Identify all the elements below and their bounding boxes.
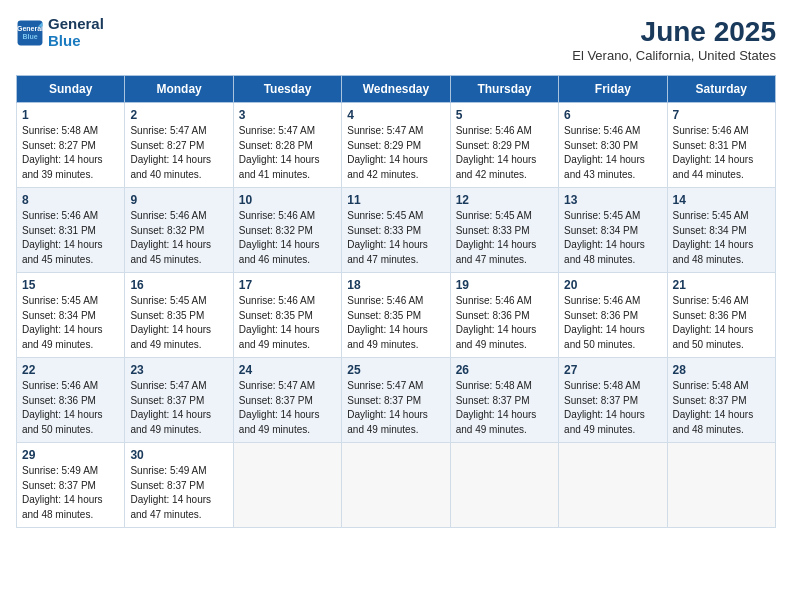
day-number: 11 bbox=[347, 193, 444, 207]
day-number: 25 bbox=[347, 363, 444, 377]
calendar-day-header: Wednesday bbox=[342, 76, 450, 103]
calendar-day-header: Sunday bbox=[17, 76, 125, 103]
day-info: Sunrise: 5:45 AMSunset: 8:35 PMDaylight:… bbox=[130, 294, 227, 352]
title-block: June 2025 El Verano, California, United … bbox=[572, 16, 776, 63]
calendar-week-row: 15Sunrise: 5:45 AMSunset: 8:34 PMDayligh… bbox=[17, 273, 776, 358]
calendar-cell: 21Sunrise: 5:46 AMSunset: 8:36 PMDayligh… bbox=[667, 273, 775, 358]
calendar-header-row: SundayMondayTuesdayWednesdayThursdayFrid… bbox=[17, 76, 776, 103]
day-number: 23 bbox=[130, 363, 227, 377]
calendar-cell: 11Sunrise: 5:45 AMSunset: 8:33 PMDayligh… bbox=[342, 188, 450, 273]
day-number: 20 bbox=[564, 278, 661, 292]
day-number: 19 bbox=[456, 278, 553, 292]
day-number: 10 bbox=[239, 193, 336, 207]
calendar-week-row: 22Sunrise: 5:46 AMSunset: 8:36 PMDayligh… bbox=[17, 358, 776, 443]
calendar-cell: 26Sunrise: 5:48 AMSunset: 8:37 PMDayligh… bbox=[450, 358, 558, 443]
day-info: Sunrise: 5:46 AMSunset: 8:29 PMDaylight:… bbox=[456, 124, 553, 182]
calendar-cell bbox=[559, 443, 667, 528]
calendar-day-header: Saturday bbox=[667, 76, 775, 103]
location: El Verano, California, United States bbox=[572, 48, 776, 63]
calendar-cell: 28Sunrise: 5:48 AMSunset: 8:37 PMDayligh… bbox=[667, 358, 775, 443]
day-number: 22 bbox=[22, 363, 119, 377]
calendar-week-row: 8Sunrise: 5:46 AMSunset: 8:31 PMDaylight… bbox=[17, 188, 776, 273]
calendar-day-header: Friday bbox=[559, 76, 667, 103]
day-info: Sunrise: 5:48 AMSunset: 8:27 PMDaylight:… bbox=[22, 124, 119, 182]
calendar-cell: 27Sunrise: 5:48 AMSunset: 8:37 PMDayligh… bbox=[559, 358, 667, 443]
day-number: 18 bbox=[347, 278, 444, 292]
calendar-cell: 13Sunrise: 5:45 AMSunset: 8:34 PMDayligh… bbox=[559, 188, 667, 273]
calendar-cell: 24Sunrise: 5:47 AMSunset: 8:37 PMDayligh… bbox=[233, 358, 341, 443]
day-info: Sunrise: 5:46 AMSunset: 8:36 PMDaylight:… bbox=[456, 294, 553, 352]
day-info: Sunrise: 5:47 AMSunset: 8:29 PMDaylight:… bbox=[347, 124, 444, 182]
day-number: 14 bbox=[673, 193, 770, 207]
calendar-cell: 15Sunrise: 5:45 AMSunset: 8:34 PMDayligh… bbox=[17, 273, 125, 358]
calendar-cell: 12Sunrise: 5:45 AMSunset: 8:33 PMDayligh… bbox=[450, 188, 558, 273]
day-number: 24 bbox=[239, 363, 336, 377]
day-info: Sunrise: 5:47 AMSunset: 8:37 PMDaylight:… bbox=[130, 379, 227, 437]
calendar-cell: 25Sunrise: 5:47 AMSunset: 8:37 PMDayligh… bbox=[342, 358, 450, 443]
day-info: Sunrise: 5:47 AMSunset: 8:27 PMDaylight:… bbox=[130, 124, 227, 182]
calendar-cell: 29Sunrise: 5:49 AMSunset: 8:37 PMDayligh… bbox=[17, 443, 125, 528]
calendar-cell bbox=[667, 443, 775, 528]
calendar-cell: 9Sunrise: 5:46 AMSunset: 8:32 PMDaylight… bbox=[125, 188, 233, 273]
day-number: 5 bbox=[456, 108, 553, 122]
day-info: Sunrise: 5:48 AMSunset: 8:37 PMDaylight:… bbox=[673, 379, 770, 437]
logo-icon: General Blue bbox=[16, 19, 44, 47]
day-info: Sunrise: 5:47 AMSunset: 8:37 PMDaylight:… bbox=[239, 379, 336, 437]
day-info: Sunrise: 5:45 AMSunset: 8:33 PMDaylight:… bbox=[347, 209, 444, 267]
calendar-cell: 6Sunrise: 5:46 AMSunset: 8:30 PMDaylight… bbox=[559, 103, 667, 188]
calendar-cell: 2Sunrise: 5:47 AMSunset: 8:27 PMDaylight… bbox=[125, 103, 233, 188]
day-info: Sunrise: 5:49 AMSunset: 8:37 PMDaylight:… bbox=[22, 464, 119, 522]
day-info: Sunrise: 5:46 AMSunset: 8:32 PMDaylight:… bbox=[130, 209, 227, 267]
calendar-cell: 20Sunrise: 5:46 AMSunset: 8:36 PMDayligh… bbox=[559, 273, 667, 358]
day-info: Sunrise: 5:47 AMSunset: 8:28 PMDaylight:… bbox=[239, 124, 336, 182]
day-info: Sunrise: 5:46 AMSunset: 8:35 PMDaylight:… bbox=[239, 294, 336, 352]
day-number: 1 bbox=[22, 108, 119, 122]
calendar-cell: 16Sunrise: 5:45 AMSunset: 8:35 PMDayligh… bbox=[125, 273, 233, 358]
day-number: 9 bbox=[130, 193, 227, 207]
calendar-cell: 23Sunrise: 5:47 AMSunset: 8:37 PMDayligh… bbox=[125, 358, 233, 443]
day-number: 30 bbox=[130, 448, 227, 462]
day-number: 21 bbox=[673, 278, 770, 292]
calendar-week-row: 29Sunrise: 5:49 AMSunset: 8:37 PMDayligh… bbox=[17, 443, 776, 528]
day-info: Sunrise: 5:45 AMSunset: 8:33 PMDaylight:… bbox=[456, 209, 553, 267]
page-header: General Blue General Blue June 2025 El V… bbox=[16, 16, 776, 63]
day-number: 29 bbox=[22, 448, 119, 462]
day-info: Sunrise: 5:46 AMSunset: 8:36 PMDaylight:… bbox=[673, 294, 770, 352]
day-number: 27 bbox=[564, 363, 661, 377]
day-info: Sunrise: 5:49 AMSunset: 8:37 PMDaylight:… bbox=[130, 464, 227, 522]
day-info: Sunrise: 5:47 AMSunset: 8:37 PMDaylight:… bbox=[347, 379, 444, 437]
month-title: June 2025 bbox=[572, 16, 776, 48]
day-info: Sunrise: 5:46 AMSunset: 8:36 PMDaylight:… bbox=[564, 294, 661, 352]
day-info: Sunrise: 5:45 AMSunset: 8:34 PMDaylight:… bbox=[22, 294, 119, 352]
day-info: Sunrise: 5:46 AMSunset: 8:30 PMDaylight:… bbox=[564, 124, 661, 182]
calendar-day-header: Tuesday bbox=[233, 76, 341, 103]
day-number: 17 bbox=[239, 278, 336, 292]
calendar-cell bbox=[342, 443, 450, 528]
day-number: 6 bbox=[564, 108, 661, 122]
day-number: 12 bbox=[456, 193, 553, 207]
calendar-cell: 5Sunrise: 5:46 AMSunset: 8:29 PMDaylight… bbox=[450, 103, 558, 188]
calendar-cell: 4Sunrise: 5:47 AMSunset: 8:29 PMDaylight… bbox=[342, 103, 450, 188]
calendar-day-header: Thursday bbox=[450, 76, 558, 103]
logo: General Blue General Blue bbox=[16, 16, 104, 49]
calendar-cell: 22Sunrise: 5:46 AMSunset: 8:36 PMDayligh… bbox=[17, 358, 125, 443]
day-info: Sunrise: 5:46 AMSunset: 8:32 PMDaylight:… bbox=[239, 209, 336, 267]
day-number: 4 bbox=[347, 108, 444, 122]
calendar-cell: 3Sunrise: 5:47 AMSunset: 8:28 PMDaylight… bbox=[233, 103, 341, 188]
calendar-week-row: 1Sunrise: 5:48 AMSunset: 8:27 PMDaylight… bbox=[17, 103, 776, 188]
calendar-cell: 17Sunrise: 5:46 AMSunset: 8:35 PMDayligh… bbox=[233, 273, 341, 358]
calendar-cell: 8Sunrise: 5:46 AMSunset: 8:31 PMDaylight… bbox=[17, 188, 125, 273]
day-info: Sunrise: 5:46 AMSunset: 8:36 PMDaylight:… bbox=[22, 379, 119, 437]
day-number: 28 bbox=[673, 363, 770, 377]
calendar-cell: 14Sunrise: 5:45 AMSunset: 8:34 PMDayligh… bbox=[667, 188, 775, 273]
calendar-cell: 1Sunrise: 5:48 AMSunset: 8:27 PMDaylight… bbox=[17, 103, 125, 188]
day-number: 16 bbox=[130, 278, 227, 292]
day-info: Sunrise: 5:46 AMSunset: 8:31 PMDaylight:… bbox=[673, 124, 770, 182]
day-number: 3 bbox=[239, 108, 336, 122]
day-info: Sunrise: 5:46 AMSunset: 8:31 PMDaylight:… bbox=[22, 209, 119, 267]
day-number: 15 bbox=[22, 278, 119, 292]
logo-text: General Blue bbox=[48, 16, 104, 49]
day-info: Sunrise: 5:45 AMSunset: 8:34 PMDaylight:… bbox=[673, 209, 770, 267]
day-number: 7 bbox=[673, 108, 770, 122]
calendar-day-header: Monday bbox=[125, 76, 233, 103]
